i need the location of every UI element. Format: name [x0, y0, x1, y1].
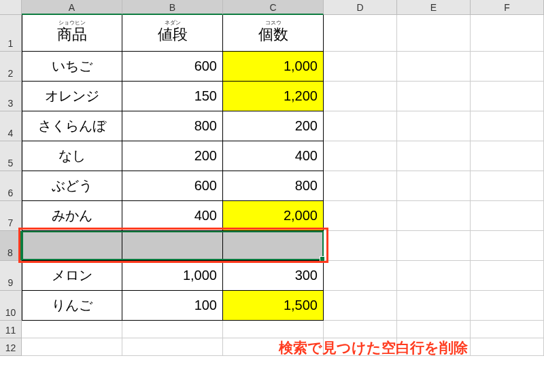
cell-c9[interactable]: 300 [223, 261, 324, 291]
cell-c1[interactable]: コスウ個数 [223, 15, 324, 52]
cell-a8[interactable] [22, 231, 122, 261]
cell-d11[interactable] [324, 321, 397, 338]
row-header-col: 123456789101112 [0, 15, 22, 356]
cell-b11[interactable] [122, 321, 223, 338]
cell-d6[interactable] [324, 171, 397, 201]
cell-b4[interactable]: 800 [122, 111, 223, 141]
row-header-2[interactable]: 2 [0, 52, 22, 82]
row-header-6[interactable]: 6 [0, 171, 22, 201]
cell-e3[interactable] [397, 82, 471, 111]
cell-e10[interactable] [397, 291, 471, 321]
cell-a7[interactable]: みかん [22, 201, 122, 231]
col-header-e[interactable]: E [397, 0, 471, 15]
row-4: さくらんぼ800200 [22, 111, 544, 141]
cell-b9[interactable]: 1,000 [122, 261, 223, 291]
spreadsheet: ABCDEF 123456789101112 ショウヒン商品ネダン値段コスウ個数… [0, 0, 544, 392]
row-header-5[interactable]: 5 [0, 141, 22, 171]
col-header-f[interactable]: F [471, 0, 544, 15]
cell-d4[interactable] [324, 111, 397, 141]
cell-f6[interactable] [471, 171, 544, 201]
cell-a12[interactable] [22, 338, 122, 356]
cell-c6[interactable]: 800 [223, 171, 324, 201]
cell-a2[interactable]: いちご [22, 52, 122, 82]
row-10: りんご1001,500 [22, 291, 544, 321]
cell-c3[interactable]: 1,200 [223, 82, 324, 111]
cell-d9[interactable] [324, 261, 397, 291]
cell-f12[interactable] [471, 338, 544, 356]
row-header-1[interactable]: 1 [0, 15, 22, 52]
header-label: 個数 [258, 26, 288, 43]
cell-e11[interactable] [397, 321, 471, 338]
row-header-11[interactable]: 11 [0, 321, 22, 338]
cell-b7[interactable]: 400 [122, 201, 223, 231]
row-header-9[interactable]: 9 [0, 261, 22, 291]
cell-c8[interactable] [223, 231, 324, 261]
cell-c10[interactable]: 1,500 [223, 291, 324, 321]
ruby: ショウヒン [58, 20, 86, 26]
col-header-c[interactable]: C [223, 0, 324, 15]
cell-e5[interactable] [397, 141, 471, 171]
row-header-12[interactable]: 12 [0, 338, 22, 356]
cell-a6[interactable]: ぶどう [22, 171, 122, 201]
ruby: ネダン [165, 20, 181, 26]
row-6: ぶどう600800 [22, 171, 544, 201]
cell-d7[interactable] [324, 201, 397, 231]
cell-b10[interactable]: 100 [122, 291, 223, 321]
cell-b3[interactable]: 150 [122, 82, 223, 111]
cell-e7[interactable] [397, 201, 471, 231]
cell-a1[interactable]: ショウヒン商品 [22, 15, 122, 52]
cell-d3[interactable] [324, 82, 397, 111]
row-header-4[interactable]: 4 [0, 111, 22, 141]
cell-e8[interactable] [397, 231, 471, 261]
cell-f11[interactable] [471, 321, 544, 338]
cell-f9[interactable] [471, 261, 544, 291]
row-header-3[interactable]: 3 [0, 82, 22, 111]
cell-a4[interactable]: さくらんぼ [22, 111, 122, 141]
cell-e4[interactable] [397, 111, 471, 141]
cell-b8[interactable] [122, 231, 223, 261]
col-header-b[interactable]: B [122, 0, 223, 15]
cell-e6[interactable] [397, 171, 471, 201]
select-all-corner[interactable] [0, 0, 22, 15]
row-9: メロン1,000300 [22, 261, 544, 291]
cell-a10[interactable]: りんご [22, 291, 122, 321]
cell-d10[interactable] [324, 291, 397, 321]
cell-f1[interactable] [471, 15, 544, 52]
cell-e2[interactable] [397, 52, 471, 82]
cell-f3[interactable] [471, 82, 544, 111]
col-header-a[interactable]: A [22, 0, 122, 15]
cell-a5[interactable]: なし [22, 141, 122, 171]
cell-b5[interactable]: 200 [122, 141, 223, 171]
cell-c2[interactable]: 1,000 [223, 52, 324, 82]
cell-d8[interactable] [324, 231, 397, 261]
row-3: オレンジ1501,200 [22, 82, 544, 111]
cell-c11[interactable] [223, 321, 324, 338]
cell-c7[interactable]: 2,000 [223, 201, 324, 231]
row-header-8[interactable]: 8 [0, 231, 22, 261]
cell-f10[interactable] [471, 291, 544, 321]
cell-a9[interactable]: メロン [22, 261, 122, 291]
cell-f7[interactable] [471, 201, 544, 231]
cell-f4[interactable] [471, 111, 544, 141]
cell-b2[interactable]: 600 [122, 52, 223, 82]
cell-b12[interactable] [122, 338, 223, 356]
cell-e1[interactable] [397, 15, 471, 52]
header-label: 値段 [158, 26, 188, 43]
cell-b6[interactable]: 600 [122, 171, 223, 201]
cell-f8[interactable] [471, 231, 544, 261]
row-header-7[interactable]: 7 [0, 201, 22, 231]
col-header-d[interactable]: D [324, 0, 397, 15]
cell-f5[interactable] [471, 141, 544, 171]
cell-d5[interactable] [324, 141, 397, 171]
cell-a11[interactable] [22, 321, 122, 338]
cell-b1[interactable]: ネダン値段 [122, 15, 223, 52]
row-11 [22, 321, 544, 338]
cell-f2[interactable] [471, 52, 544, 82]
cell-d1[interactable] [324, 15, 397, 52]
cell-d2[interactable] [324, 52, 397, 82]
row-header-10[interactable]: 10 [0, 291, 22, 321]
cell-a3[interactable]: オレンジ [22, 82, 122, 111]
cell-e9[interactable] [397, 261, 471, 291]
cell-c4[interactable]: 200 [223, 111, 324, 141]
cell-c5[interactable]: 400 [223, 141, 324, 171]
